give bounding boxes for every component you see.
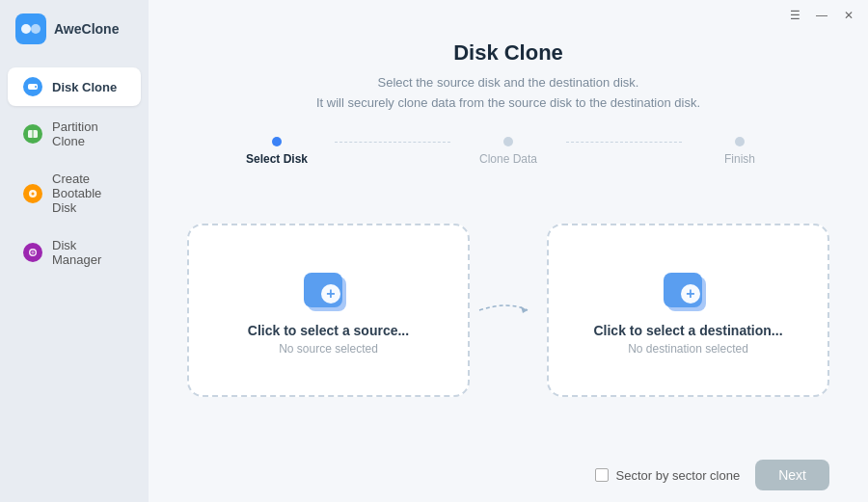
transfer-arrow [470,296,547,325]
logo-icon [15,13,46,44]
destination-disk-subtitle: No destination selected [628,342,748,356]
sidebar-item-partition-clone[interactable]: Partition Clone [8,110,141,158]
step-label-select-disk: Select Disk [246,152,308,166]
disk-cards-row: + Click to select a source... No source … [187,193,829,429]
sector-clone-checkbox[interactable] [595,468,609,482]
disk-clone-icon [23,77,42,96]
app-name: AweClone [54,21,119,37]
svg-point-11 [32,251,34,253]
sidebar-item-disk-clone-label: Disk Clone [52,80,117,94]
partition-clone-icon [23,124,42,144]
bootable-disk-icon [23,184,42,203]
svg-text:+: + [326,285,335,302]
step-dot-clone-data [503,137,513,146]
destination-disk-icon: + [660,265,718,323]
source-disk-title: Click to select a source... [248,323,409,338]
step-clone-data: Clone Data [450,137,566,166]
step-finish: Finish [682,137,798,166]
sector-clone-label: Sector by sector clone [616,468,741,483]
step-label-finish: Finish [724,152,755,166]
bottom-bar: Sector by sector clone Next [149,448,868,502]
destination-disk-title: Click to select a destination... [593,323,782,338]
close-button[interactable]: ✕ [841,8,856,23]
step-line-1 [335,142,450,143]
step-dot-finish [735,137,745,146]
sidebar-item-disk-manager[interactable]: Disk Manager [8,228,141,277]
sidebar-item-create-bootable-disk[interactable]: Create Bootable Disk [8,162,141,225]
source-disk-icon: + [300,265,358,323]
step-select-disk: Select Disk [219,137,335,166]
sidebar: AweClone Disk Clone Partition Clone Crea… [0,0,149,502]
svg-text:+: + [686,285,694,302]
svg-marker-17 [521,306,528,313]
step-dot-select-disk [272,137,282,146]
sidebar-item-disk-clone[interactable]: Disk Clone [8,67,141,106]
stepper: Select Disk Clone Data Finish [219,137,798,166]
menu-button[interactable]: ☰ [787,8,802,23]
page-title: Disk Clone [453,40,563,66]
sidebar-item-disk-manager-label: Disk Manager [52,238,125,267]
content-area: Disk Clone Select the source disk and th… [149,31,868,448]
step-line-2 [566,142,682,143]
source-disk-subtitle: No source selected [279,342,378,356]
sector-clone-option[interactable]: Sector by sector clone [595,468,741,483]
main-panel: ☰ — ✕ Disk Clone Select the source disk … [149,0,868,502]
page-subtitle: Select the source disk and the destinati… [316,73,700,114]
titlebar: ☰ — ✕ [149,0,868,31]
next-button[interactable]: Next [755,460,829,490]
destination-disk-card[interactable]: + Click to select a destination... No de… [547,224,829,397]
source-disk-card[interactable]: + Click to select a source... No source … [187,224,470,397]
minimize-button[interactable]: — [814,8,829,23]
app-logo: AweClone [0,0,149,58]
sidebar-item-partition-clone-label: Partition Clone [52,119,125,148]
disk-manager-icon [23,243,42,262]
step-label-clone-data: Clone Data [479,152,537,166]
svg-point-8 [32,192,35,195]
svg-point-4 [35,86,37,88]
sidebar-item-create-bootable-disk-label: Create Bootable Disk [52,172,125,215]
svg-point-1 [21,24,31,34]
svg-point-2 [31,24,41,34]
